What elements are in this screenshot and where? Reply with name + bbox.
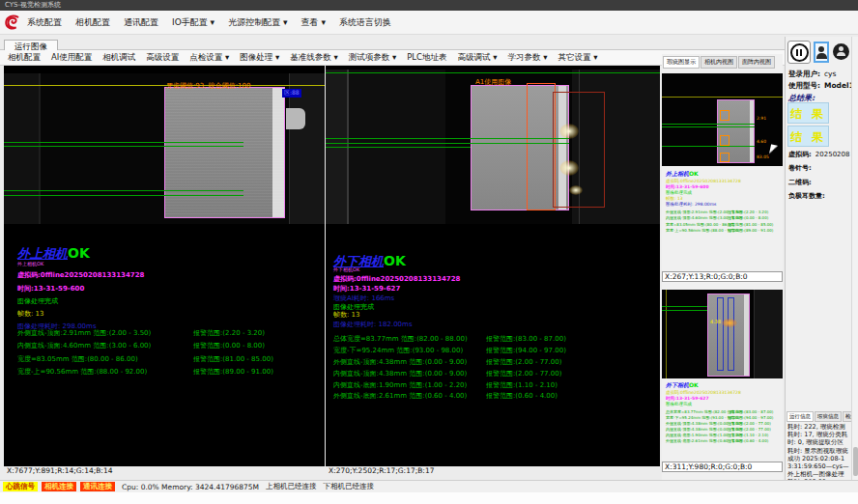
toolbar-item[interactable]: 点检设置 ▾: [189, 52, 229, 64]
toolbar-item[interactable]: 图像处理 ▾: [240, 52, 279, 64]
measurement-row: 外侧直线-底面:2.61mm 范围:(0.60 - 4.00) 报警范围:(0.…: [666, 438, 780, 444]
barcode-line: 虚拟码:0ffline20250208133134728: [333, 274, 460, 284]
toolbar-item[interactable]: 高级设置: [146, 52, 179, 64]
toolbar-item[interactable]: AI使用配置: [51, 52, 92, 64]
panel-scrollbar[interactable]: [851, 37, 858, 480]
measurement-value: 内侧直线-顶面:4.60mm 范围:(3.00 - 6.00): [17, 341, 151, 350]
alarm-range: 报警范围:(94.00 - 97.00): [728, 415, 773, 420]
toolbar-item[interactable]: 相机调试: [102, 52, 135, 64]
toolbar-item[interactable]: 基准线参数 ▾: [290, 52, 337, 64]
alarm-range: 报警范围:(0.60 - 4.00): [486, 391, 558, 401]
measure-line: [326, 138, 569, 139]
tab-flaw-display[interactable]: 瑕疵图显示: [663, 56, 700, 69]
camera-connect-badge: 相机连接: [42, 482, 76, 491]
measurement-row: 宽度-上=90.56mm 范围:(88.00 - 92.00) 报警范围:(89…: [666, 228, 780, 234]
qr-label: 二维码:: [788, 178, 812, 187]
highlight-blob: [559, 160, 579, 176]
measurement-value: 宽度-上=90.56mm 范围:(88.00 - 92.00): [17, 367, 147, 377]
measure-line: [662, 146, 755, 147]
camera-subtitle: 外下相机OK: [333, 266, 359, 272]
toolbar-item[interactable]: 高级调试 ▾: [458, 52, 498, 64]
camera-view-lower-outer[interactable]: A1使用图像 外下相机OK 外下相机OK 虚拟码:0ffline20250208…: [326, 66, 660, 476]
defect-marker: [720, 153, 729, 162]
info-tabs: 运行信息 瑕疵信息 检测信息: [786, 411, 858, 422]
alarm-range: 报警范围:(2.20 - 3.20): [193, 328, 265, 338]
alarm-range: 报警范围:(0.60 - 4.00): [728, 438, 768, 443]
menu-item[interactable]: 光源控制配置 ▾: [228, 16, 287, 29]
menu-items: 系统配置相机配置通讯配置IO手配置 ▾光源控制配置 ▾查看 ▾系统语言切换: [27, 11, 391, 35]
window-title: CYS-视觉检测系统: [0, 0, 858, 11]
part-highlight: [750, 100, 754, 162]
measurement-value: 内侧直线-顶面:4.38mm 范围:(0.00 - 9.00): [333, 369, 467, 378]
highlight-blob: [722, 319, 737, 327]
part-highlight: [272, 88, 284, 217]
toolbar-item[interactable]: 其它设置 ▾: [558, 52, 597, 64]
tab-flaw-info[interactable]: 瑕疵信息: [815, 411, 842, 422]
menu-item[interactable]: 系统配置: [27, 16, 62, 29]
upper-camera-status: 上相机已经连接: [266, 482, 317, 491]
camera-result-title: 外上相机OK: [666, 170, 780, 179]
measurement-value: 宽度=83.05mm 范围:(80.00 - 86.00): [666, 222, 734, 227]
measurement-row: 宽度-上=90.56mm 范围:(88.00 - 92.00) 报警范围:(89…: [17, 367, 319, 379]
flaw-image-bottom[interactable]: 4.38: [662, 290, 783, 378]
measure-line: [326, 147, 471, 148]
pixel-coords-readout: X:270;Y:2502;R:17;G:17;B:17: [326, 466, 660, 476]
roi-box-orange: [527, 83, 556, 210]
view-tab-strip: 运行图像: [0, 35, 785, 50]
measurement-value: 外侧直线-顶面:2.91mm 范围:(2.00 - 3.50): [17, 328, 151, 338]
frames-line: 帧数: 13: [17, 309, 44, 319]
menu-item[interactable]: 系统语言切换: [339, 16, 391, 29]
dimension-label: 4.60: [757, 139, 766, 144]
measurement-row: 内侧直线-顶面:4.38mm 范围:(0.00 - 9.00) 报警范围:(2.…: [333, 369, 652, 380]
toolbar-item[interactable]: PLC地址表: [407, 52, 446, 64]
camera-view-upper-outer[interactable]: 牙齿阈值:93, 咬合阈值:100 区:88 外上相机OK 外上相机OK 虚拟码…: [4, 66, 325, 476]
tab-run-info[interactable]: 运行信息: [786, 411, 814, 422]
camera-name: 外上相机: [17, 246, 68, 261]
mini-result-block-bottom: 外下相机OK 虚拟码:0ffline20250208133134728 时间:1…: [666, 381, 780, 444]
lower-camera-status: 下相机已经连接: [324, 482, 375, 491]
barcode-value: 20250208: [815, 151, 850, 158]
measure-line: [662, 126, 755, 127]
pixel-coords-readout: X:311;Y:980;R:0;G:0;B:0: [662, 462, 783, 472]
measure-line: [4, 142, 243, 143]
menu-item[interactable]: IO手配置 ▾: [172, 16, 214, 29]
toolbar-item[interactable]: 测试项参数 ▾: [349, 52, 396, 64]
operator-button[interactable]: [833, 43, 849, 60]
alarm-range: 报警范围:(94.00 - 97.00): [486, 346, 566, 355]
measurement-table-mini: 外侧直线-顶面:2.91mm 范围:(2.00 - 3.50) 报警范围:(2.…: [666, 210, 780, 235]
menu-item[interactable]: 查看 ▾: [301, 16, 326, 29]
status-ok: OK: [68, 245, 90, 261]
tab-array-view[interactable]: 面阵内视图: [738, 56, 775, 69]
measurement-row: 内侧直线-底面:1.90mm 范围:(1.00 - 2.20) 报警范围:(1.…: [333, 380, 652, 392]
toolbar-item[interactable]: 学习参数 ▾: [507, 52, 547, 64]
elapsed-line: 图像处理耗时: 298.00ms: [666, 202, 780, 208]
defect-marker: [720, 110, 729, 121]
elapsed-line: 图像处理耗时: 182.00ms: [333, 320, 413, 329]
alarm-range: 报警范围:(2.20 - 3.20): [728, 210, 768, 214]
measurement-row: 宽度-下=95.24mm 范围:(93.00 - 98.00) 报警范围:(94…: [333, 346, 652, 357]
alarm-range: 报警范围:(83.00 - 87.00): [728, 409, 773, 414]
part-connector: [286, 108, 305, 129]
measurement-value: 外侧直线-顶面:4.38mm 范围:(0.00 - 9.00): [333, 357, 467, 367]
alarm-range: 报警范围:(2.00 - 77.00): [728, 421, 771, 426]
image-band: [754, 290, 783, 378]
tab-camera-view[interactable]: 相机内视图: [701, 56, 737, 69]
flaw-image-top[interactable]: 2.91 4.60 83.05: [662, 73, 783, 166]
mouse-cursor: [769, 144, 778, 154]
menu-item[interactable]: 相机配置: [75, 16, 110, 29]
pause-button[interactable]: [787, 41, 811, 64]
camera-result-title: 外下相机OK: [666, 381, 780, 390]
roi-bar-blue: [728, 297, 734, 371]
user-icon: [839, 46, 844, 51]
scrollbar-thumb[interactable]: [853, 447, 858, 476]
measurement-value: 内侧直线-底面:1.90mm 范围:(1.00 - 2.20): [333, 380, 467, 390]
user-button-selected[interactable]: [814, 42, 829, 63]
menu-item[interactable]: 通讯配置: [124, 16, 158, 29]
ai-image-overlay-label: A1使用图像: [475, 77, 511, 87]
toolbar-item[interactable]: 相机配置: [8, 52, 41, 64]
alarm-range: 报警范围:(2.00 - 77.00): [486, 369, 561, 378]
alarm-range: 报警范围:(89.00 - 91.00): [728, 228, 773, 233]
measurement-value: 宽度=83.05mm 范围:(80.00 - 86.00): [17, 354, 138, 364]
status-ok: OK: [689, 170, 699, 177]
needle-label: 卷针号:: [788, 163, 812, 173]
